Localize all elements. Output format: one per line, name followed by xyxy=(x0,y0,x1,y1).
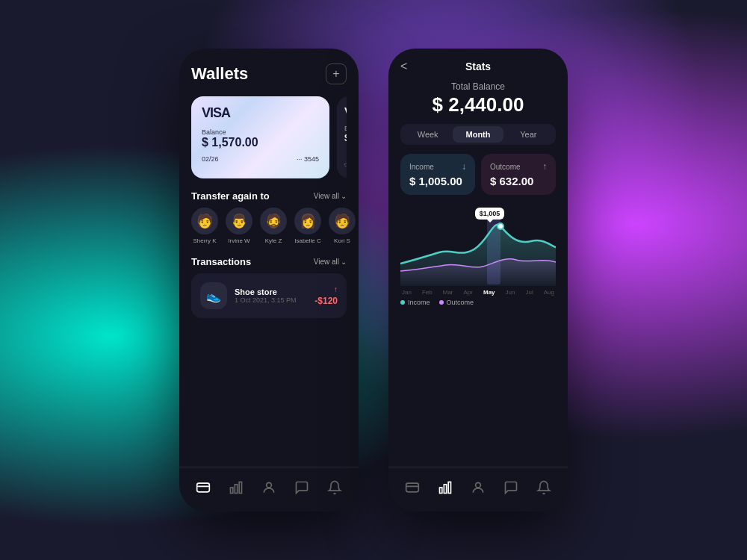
wallets-bottom-nav xyxy=(179,467,359,511)
chart-label-apr: Apr xyxy=(464,289,473,296)
contact-name: Kyle Z xyxy=(265,237,282,244)
contact-name: Isabelle C xyxy=(294,237,321,244)
visa-card[interactable]: VISA Balance $ 1,570.00 02/26 ··· 3545 xyxy=(191,96,329,178)
tx-info: Shoe store 1 Oct 2021, 3:15 PM xyxy=(235,287,307,304)
stats-main: Total Balance $ 2,440.00 Week Month Year… xyxy=(388,72,568,467)
svg-rect-10 xyxy=(448,482,450,494)
nav-chart-icon[interactable] xyxy=(432,474,459,505)
income-card-header: Income ↓ xyxy=(409,161,466,172)
chart-label-jul: Jul xyxy=(526,289,533,296)
nav-chart-icon[interactable] xyxy=(223,474,249,505)
contact-irvine[interactable]: 👨 Irvine W xyxy=(226,208,252,244)
second-card-balance-label: Bala xyxy=(344,125,347,132)
nav-person-icon[interactable] xyxy=(255,474,282,505)
legend-outcome: Outcome xyxy=(439,299,474,306)
tx-amount: -$120 xyxy=(314,296,338,306)
nav-person-icon[interactable] xyxy=(465,474,492,505)
contacts-row: 🧑 Sherry K 👨 Irvine W 🧔 Kyle Z 👩 Isabell… xyxy=(191,208,347,244)
nav-bell-icon[interactable] xyxy=(530,474,557,505)
svg-rect-3 xyxy=(239,482,241,494)
card-balance-amount: $ 1,570.00 xyxy=(202,136,319,149)
nav-message-icon[interactable] xyxy=(498,474,524,505)
transactions-view-all[interactable]: View all ⌄ xyxy=(314,258,347,266)
outcome-arrow-icon: ↑ xyxy=(542,161,547,172)
nav-bell-icon[interactable] xyxy=(321,474,348,505)
outcome-label: Outcome xyxy=(490,163,521,171)
wallets-content: Wallets + VISA Balance $ 1,570.00 02/26 … xyxy=(179,49,359,467)
transfer-title: Transfer again to xyxy=(191,190,270,202)
nav-message-icon[interactable] xyxy=(288,474,315,505)
outcome-card-header: Outcome ↑ xyxy=(490,161,547,172)
chart-label-may: May xyxy=(483,289,495,296)
stats-page-title: Stats xyxy=(465,60,491,72)
svg-point-11 xyxy=(476,482,481,488)
tab-year[interactable]: Year xyxy=(503,126,554,143)
chart-area: $1,005 xyxy=(400,204,556,467)
avatar: 🧔 xyxy=(260,208,287,234)
avatar: 🧑 xyxy=(329,208,356,234)
stats-phone: < Stats Total Balance $ 2,440.00 Week Mo… xyxy=(388,49,568,511)
back-button[interactable]: < xyxy=(400,60,407,73)
wallets-title: Wallets xyxy=(191,64,248,84)
stats-cards: Income ↓ $ 1,005.00 Outcome ↑ $ 632.00 xyxy=(400,154,556,195)
svg-rect-7 xyxy=(406,483,419,492)
second-card[interactable]: VIS Bala $ 1 05/ xyxy=(337,96,347,178)
outcome-amount: $ 632.00 xyxy=(490,175,547,187)
transactions-header: Transactions View all ⌄ xyxy=(191,256,347,267)
income-label: Income xyxy=(409,163,434,171)
card-balance-label: Balance xyxy=(202,128,319,136)
legend-income-dot xyxy=(400,300,405,305)
wallets-header: Wallets + xyxy=(191,63,347,84)
period-tabs: Week Month Year xyxy=(400,124,556,145)
contact-name: Irvine W xyxy=(228,237,249,244)
visa-logo: VISA xyxy=(202,105,319,121)
avatar: 🧑 xyxy=(191,208,218,234)
chart-tooltip: $1,005 xyxy=(475,208,505,220)
chart-label-jan: Jan xyxy=(402,289,412,296)
total-balance-label: Total Balance xyxy=(400,81,556,92)
chevron-down-icon: ⌄ xyxy=(341,192,347,200)
svg-rect-9 xyxy=(444,485,446,494)
contact-kyle[interactable]: 🧔 Kyle Z xyxy=(260,208,287,244)
svg-point-6 xyxy=(498,223,503,229)
transfer-header: Transfer again to View all ⌄ xyxy=(191,190,347,202)
transactions-section: Transactions View all ⌄ 👟 Shoe store 1 O… xyxy=(191,256,347,318)
contact-isabelle[interactable]: 👩 Isabelle C xyxy=(294,208,321,244)
stats-topbar: < Stats xyxy=(388,49,568,72)
outcome-card: Outcome ↑ $ 632.00 xyxy=(481,154,556,195)
legend-outcome-label: Outcome xyxy=(447,299,474,306)
legend-outcome-dot xyxy=(439,300,444,305)
legend-income: Income xyxy=(400,299,430,306)
svg-rect-1 xyxy=(231,488,233,494)
income-arrow-icon: ↓ xyxy=(462,161,466,172)
transfer-view-all[interactable]: View all ⌄ xyxy=(314,192,347,200)
contact-name: Kori S xyxy=(334,237,350,244)
income-card: Income ↓ $ 1,005.00 xyxy=(400,154,475,195)
tab-week[interactable]: Week xyxy=(403,126,453,143)
second-card-type: VIS xyxy=(344,105,347,117)
stats-bottom-nav xyxy=(388,467,568,511)
legend-income-label: Income xyxy=(408,299,430,306)
total-balance-amount: $ 2,440.00 xyxy=(400,93,556,116)
chart-label-mar: Mar xyxy=(443,289,453,296)
avatar: 👨 xyxy=(226,208,252,234)
nav-wallet-icon[interactable] xyxy=(399,474,426,505)
cards-row: VISA Balance $ 1,570.00 02/26 ··· 3545 V… xyxy=(191,96,347,178)
nav-wallet-icon[interactable] xyxy=(190,474,217,505)
tx-icon: 👟 xyxy=(200,282,227,309)
chart-label-aug: Aug xyxy=(544,289,554,296)
tab-month[interactable]: Month xyxy=(453,126,503,143)
chart-labels: Jan Feb Mar Apr May Jun Jul Aug xyxy=(400,289,556,296)
contact-kori[interactable]: 🧑 Kori S xyxy=(329,208,356,244)
card-expiry: 02/26 xyxy=(202,155,219,163)
total-balance-section: Total Balance $ 2,440.00 xyxy=(400,72,556,124)
income-amount: $ 1,005.00 xyxy=(409,175,466,187)
add-wallet-button[interactable]: + xyxy=(326,63,347,84)
card-last4: ··· 3545 xyxy=(297,155,319,163)
contact-name: Sherry K xyxy=(193,237,216,244)
transaction-item[interactable]: 👟 Shoe store 1 Oct 2021, 3:15 PM ↑ -$120 xyxy=(191,273,347,318)
wallets-phone: Wallets + VISA Balance $ 1,570.00 02/26 … xyxy=(179,49,359,511)
transfer-section: Transfer again to View all ⌄ 🧑 Sherry K … xyxy=(191,190,347,244)
contact-sherry[interactable]: 🧑 Sherry K xyxy=(191,208,218,244)
stats-content: < Stats Total Balance $ 2,440.00 Week Mo… xyxy=(388,49,568,511)
